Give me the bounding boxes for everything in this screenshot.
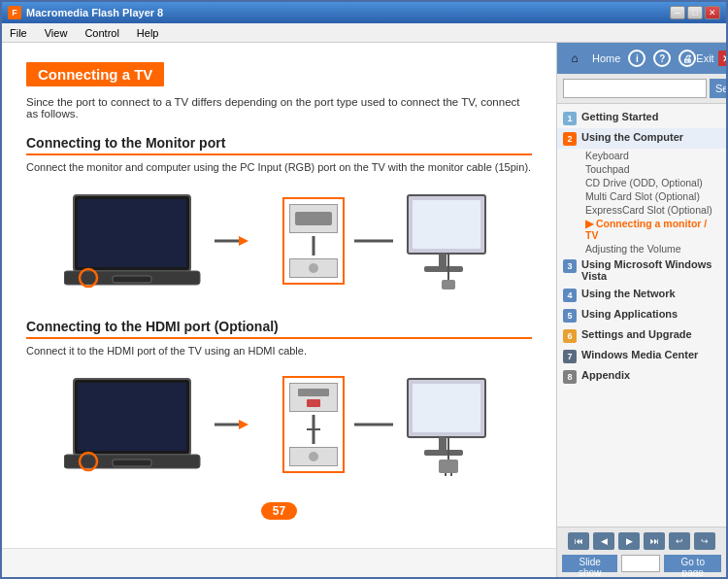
menu-help[interactable]: Help [133, 26, 163, 40]
page-number: 57 [261, 502, 297, 520]
cable1b [354, 212, 393, 270]
svg-rect-11 [439, 254, 447, 268]
toc-chapter-8[interactable]: 8 Appendix [557, 366, 726, 387]
chapter-num-3: 3 [563, 259, 577, 273]
svg-rect-3 [113, 276, 151, 283]
svg-rect-27 [439, 437, 447, 452]
chapter-num-7: 7 [563, 350, 577, 363]
minimize-button[interactable]: ─ [670, 6, 685, 19]
media-controls: ⏮ ◀ ▶ ⏭ ↩ ↪ [562, 532, 721, 550]
laptop-diagram1 [64, 190, 205, 292]
content-bottom [2, 548, 556, 577]
diagram1 [26, 183, 532, 299]
toc-chapter-2[interactable]: 2 Using the Computer [557, 128, 726, 149]
app-icon: F [8, 6, 21, 19]
chapter-title-8: Appendix [581, 369, 630, 381]
chapter-title-5: Using Applications [581, 308, 678, 320]
vga-connector [282, 197, 345, 285]
close-button[interactable]: ✕ [705, 6, 720, 19]
goto-button[interactable]: Go to page [664, 555, 721, 572]
toc-chapter-5[interactable]: 5 Using Applications [557, 305, 726, 325]
maximize-button[interactable]: □ [687, 6, 703, 19]
hdmi-section: Connecting to the HDMI port (Optional) C… [26, 319, 532, 483]
search-input[interactable] [563, 79, 707, 98]
chapter-num-1: 1 [563, 112, 577, 125]
menu-control[interactable]: Control [81, 26, 122, 40]
svg-marker-6 [239, 236, 248, 246]
chapter-title-2: Using the Computer [581, 131, 683, 143]
skip-forward-button[interactable]: ⏭ [644, 532, 665, 550]
svg-rect-26 [413, 384, 480, 432]
skip-back-button[interactable]: ⏮ [568, 532, 589, 550]
toc-chapter-3[interactable]: 3 Using Microsoft Windows Vista [557, 255, 726, 285]
sub-multicard[interactable]: Multi Card Slot (Optional) [581, 189, 726, 203]
toc-chapter-4[interactable]: 4 Using the Network [557, 285, 726, 305]
exit-button[interactable]: ✕ [718, 51, 726, 66]
search-button[interactable]: Search [710, 79, 726, 98]
laptop-diagram2 [64, 374, 205, 476]
toc-chapter-7[interactable]: 7 Windows Media Center [557, 346, 726, 366]
chapter-2-subs: Keyboard Touchpad CD Drive (ODD, Optiona… [557, 149, 726, 255]
window-title: Macromedia Flash Player 8 [26, 7, 163, 18]
menu-view[interactable]: View [41, 26, 72, 40]
page-goto-input[interactable] [621, 555, 660, 572]
svg-rect-28 [424, 450, 463, 456]
chapter-num-2: 2 [563, 132, 577, 146]
print-button[interactable]: 🖨 [678, 50, 696, 67]
cable2b [354, 376, 393, 473]
sidebar: ⌂ Home i ? 🖨 Exit ✕ [556, 43, 726, 577]
window-controls: ─ □ ✕ [670, 6, 720, 19]
svg-marker-21 [239, 420, 248, 429]
intro-text: Since the port to connect to a TV differ… [26, 96, 532, 119]
monitor-diagram1 [403, 190, 495, 292]
chapter-num-4: 4 [563, 289, 577, 302]
chapter-title-7: Windows Media Center [581, 349, 698, 360]
forward-button[interactable]: ↪ [694, 532, 715, 550]
svg-rect-14 [442, 280, 455, 290]
help-button[interactable]: ? [653, 50, 671, 67]
page-number-area: 57 [26, 502, 532, 520]
back-button[interactable]: ↩ [669, 532, 690, 550]
main-content: Connecting a TV Since the port to connec… [2, 43, 726, 577]
svg-rect-18 [113, 460, 151, 466]
sub-connecting-monitor[interactable]: ▶ Connecting a monitor / TV [581, 217, 726, 242]
content-scroll[interactable]: Connecting a TV Since the port to connec… [2, 43, 556, 548]
sub-touchpad[interactable]: Touchpad [581, 162, 726, 176]
search-area: Search 🔍 ⊕ [557, 74, 726, 104]
sidebar-bottom-controls: ⏮ ◀ ▶ ⏭ ↩ ↪ Slide show Go to page [557, 527, 726, 577]
print-icon: 🖨 [682, 53, 692, 64]
home-icon: ⌂ [571, 51, 578, 65]
slideshow-row: Slide show Go to page [562, 555, 721, 572]
sub-cddrive[interactable]: CD Drive (ODD, Optional) [581, 176, 726, 189]
toc-chapter-1[interactable]: 1 Getting Started [557, 108, 726, 128]
section1-desc: Connect the monitor and computer using t… [26, 161, 532, 173]
title-bar: F Macromedia Flash Player 8 ─ □ ✕ [2, 2, 726, 23]
nav-icons: ⌂ Home i ? 🖨 [565, 49, 696, 68]
svg-rect-1 [78, 199, 186, 267]
info-icon: i [636, 53, 639, 64]
toc-chapter-6[interactable]: 6 Settings and Upgrade [557, 325, 726, 346]
chapter-title-3: Using Microsoft Windows Vista [581, 258, 720, 282]
info-button[interactable]: i [628, 50, 645, 67]
prev-button[interactable]: ◀ [593, 532, 614, 550]
svg-rect-16 [78, 383, 186, 451]
cable1 [215, 212, 273, 270]
svg-rect-30 [439, 460, 458, 473]
diagram2 [26, 366, 532, 483]
sub-expresscard[interactable]: ExpressCard Slot (Optional) [581, 203, 726, 217]
exit-area: Exit ✕ [696, 51, 726, 66]
slideshow-button[interactable]: Slide show [562, 555, 617, 572]
chapter-num-8: 8 [563, 370, 577, 384]
chapter-title-1: Getting Started [581, 111, 658, 122]
home-label: Home [592, 52, 620, 64]
exit-label: Exit [696, 52, 713, 64]
menu-file[interactable]: File [6, 26, 31, 40]
main-window: F Macromedia Flash Player 8 ─ □ ✕ File V… [0, 0, 728, 579]
sub-keyboard[interactable]: Keyboard [581, 149, 726, 162]
chapter-num-6: 6 [563, 329, 577, 343]
home-button[interactable]: ⌂ [565, 49, 584, 68]
chapter-title-4: Using the Network [581, 288, 676, 299]
section1-title: Connecting to the Monitor port [26, 135, 532, 155]
play-button[interactable]: ▶ [618, 532, 640, 550]
sub-adjusting-volume[interactable]: Adjusting the Volume [581, 242, 726, 255]
